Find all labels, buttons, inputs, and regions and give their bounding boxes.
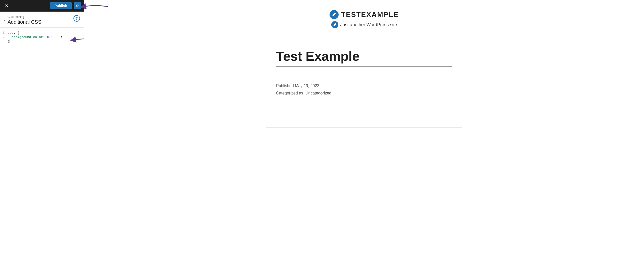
css-code-editor[interactable]: 1 body { 2 background-color: #FFFFFF; 3 … xyxy=(0,28,84,261)
site-title: TESTEXAMPLE xyxy=(341,11,399,19)
post-footer-divider xyxy=(266,127,462,127)
category-link[interactable]: Uncategorized xyxy=(305,91,331,95)
close-button[interactable]: ✕ xyxy=(3,2,10,9)
svg-text:?: ? xyxy=(76,16,78,20)
site-title-icon xyxy=(330,10,339,19)
site-tagline: Just another WordPress site xyxy=(340,22,397,27)
post-published: Published May 19, 2022 xyxy=(276,82,452,90)
site-header: TESTEXAMPLE Just another WordPress site xyxy=(330,10,399,28)
site-tagline-icon xyxy=(331,21,338,28)
arrow-annotation-code xyxy=(70,34,84,47)
back-button[interactable]: ‹ xyxy=(4,18,6,23)
line-content-3: }​ xyxy=(8,40,10,43)
help-icon: ? xyxy=(73,15,80,22)
post-title: Test Example xyxy=(276,48,452,67)
categorized-label: Categorized as xyxy=(276,91,303,95)
breadcrumb-area: ‹ Customizing Additional CSS ? xyxy=(0,12,84,28)
top-bar-actions: Publish ⚙ xyxy=(50,2,81,9)
line-number-3: 3 xyxy=(0,40,8,43)
edit-icon-title xyxy=(332,12,337,17)
line-number-1: 1 xyxy=(0,31,8,35)
site-title-row: TESTEXAMPLE xyxy=(330,10,399,19)
breadcrumb-text: Customizing Additional CSS xyxy=(8,15,73,25)
preview-panel: TESTEXAMPLE Just another WordPress site … xyxy=(84,0,644,261)
arrow-annotation-publish xyxy=(80,1,111,14)
line-content-2: background-color: #FFFFFF; xyxy=(8,35,62,39)
line-content-1: body { xyxy=(8,31,19,35)
site-tagline-row: Just another WordPress site xyxy=(331,21,397,28)
publish-button[interactable]: Publish xyxy=(50,2,72,9)
customizing-label: Customizing xyxy=(8,15,73,19)
sidebar: ✕ Publish ⚙ ‹ Customizing Additional CSS… xyxy=(0,0,84,261)
section-title: Additional CSS xyxy=(8,19,73,25)
help-button[interactable]: ? xyxy=(73,15,80,22)
settings-button[interactable]: ⚙ xyxy=(74,2,81,9)
edit-icon-tagline xyxy=(333,23,337,27)
line-number-2: 2 xyxy=(0,35,8,39)
top-bar: ✕ Publish ⚙ xyxy=(0,0,84,12)
post-category-line: Categorized as Uncategorized xyxy=(276,90,452,97)
post-content: Test Example Published May 19, 2022 Cate… xyxy=(266,48,462,97)
post-meta: Published May 19, 2022 Categorized as Un… xyxy=(276,82,452,97)
